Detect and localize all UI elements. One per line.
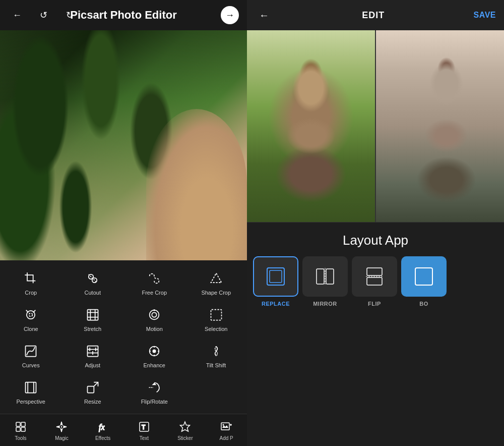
right-panel: ← EDIT SAVE Layout App xyxy=(247,0,504,446)
svg-rect-50 xyxy=(270,270,282,283)
motion-icon xyxy=(145,306,163,324)
tool-stretch[interactable]: Stretch xyxy=(62,301,124,337)
shape-crop-label: Shape Crop xyxy=(201,290,231,296)
tool-tilt-shift[interactable]: Tilt Shift xyxy=(185,337,247,373)
svg-marker-44 xyxy=(180,422,190,431)
tool-cutout[interactable]: Cutout xyxy=(62,264,124,301)
tool-motion[interactable]: Motion xyxy=(123,301,185,337)
layout-section: Layout App REPLACE xyxy=(247,222,504,446)
flip-icon-box xyxy=(352,256,397,297)
photo-background xyxy=(0,30,247,260)
layout-options: REPLACE MIRROR xyxy=(247,256,504,315)
svg-rect-37 xyxy=(21,422,25,426)
tool-shape-crop[interactable]: Shape Crop xyxy=(185,264,247,301)
svg-rect-30 xyxy=(26,382,36,393)
free-crop-label: Free Crop xyxy=(142,290,167,296)
tool-crop[interactable]: Crop xyxy=(0,264,62,301)
svg-rect-54 xyxy=(367,268,382,275)
perspective-icon xyxy=(22,378,40,397)
cat-left-detail xyxy=(247,30,375,222)
photo-left xyxy=(247,30,375,222)
tools-grid: Crop Cutout Free Crop Shape Crop xyxy=(0,264,247,410)
tools-toolbar-label: Tools xyxy=(15,435,26,441)
photos-container xyxy=(247,30,504,222)
app-title: Picsart Photo Editor xyxy=(70,9,176,22)
crop-icon xyxy=(22,269,40,288)
toolbar-effects[interactable]: fx Effects xyxy=(88,419,118,441)
layout-mirror[interactable]: MIRROR xyxy=(302,256,348,307)
free-crop-icon xyxy=(145,269,163,288)
toolbar-sticker[interactable]: Sticker xyxy=(170,419,200,441)
text-icon: T xyxy=(137,419,152,434)
tools-icon xyxy=(13,419,28,434)
tool-adjust[interactable]: Adjust xyxy=(62,337,124,373)
replace-icon-box xyxy=(253,256,298,297)
photo-right xyxy=(375,30,504,222)
curves-icon xyxy=(22,342,40,360)
add-photo-icon xyxy=(219,419,234,434)
tool-enhance[interactable]: Enhance xyxy=(123,337,185,373)
magic-toolbar-label: Magic xyxy=(55,435,69,441)
svg-rect-52 xyxy=(326,269,334,284)
layout-flip[interactable]: FLIP xyxy=(352,256,397,307)
right-back-button[interactable]: ← xyxy=(255,6,273,24)
border-icon-box xyxy=(401,256,447,297)
mirror-icon-box xyxy=(302,256,348,297)
nav-group: ← ↺ ↻ xyxy=(8,6,79,24)
motion-label: Motion xyxy=(146,326,163,332)
tool-free-crop[interactable]: Free Crop xyxy=(123,264,185,301)
svg-rect-38 xyxy=(16,427,20,431)
save-button[interactable]: SAVE xyxy=(474,11,496,20)
layout-border[interactable]: BO xyxy=(401,256,447,307)
svg-rect-33 xyxy=(87,386,94,393)
undo-button[interactable]: ↺ xyxy=(34,6,52,24)
left-panel: ← ↺ ↻ Picsart Photo Editor → Crop xyxy=(0,0,247,446)
clone-label: Clone xyxy=(24,326,38,332)
tool-curves[interactable]: Curves xyxy=(0,337,62,373)
svg-rect-45 xyxy=(221,423,229,430)
tool-perspective[interactable]: Perspective xyxy=(0,373,62,410)
svg-text:fx: fx xyxy=(99,423,105,432)
tool-resize[interactable]: Resize xyxy=(62,373,124,410)
toolbar-text[interactable]: T Text xyxy=(129,419,159,441)
back-button[interactable]: ← xyxy=(8,6,26,24)
adjust-label: Adjust xyxy=(85,362,100,368)
mirror-label: MIRROR xyxy=(313,301,337,307)
crop-label: Crop xyxy=(25,290,37,296)
toolbar-tools[interactable]: Tools xyxy=(6,419,36,441)
tool-selection[interactable]: Selection xyxy=(185,301,247,337)
enhance-label: Enhance xyxy=(144,362,165,368)
svg-rect-57 xyxy=(415,268,432,285)
svg-rect-55 xyxy=(367,277,382,285)
flip-label: FLIP xyxy=(368,301,381,307)
bottom-toolbar: Tools Magic fx Effects T Text xyxy=(0,414,247,446)
effects-toolbar-label: Effects xyxy=(95,435,110,441)
svg-point-13 xyxy=(152,312,157,317)
tool-flip-rotate[interactable]: Flip/Rotate xyxy=(123,373,185,410)
sticker-toolbar-label: Sticker xyxy=(177,435,193,441)
tool-clone[interactable]: Clone xyxy=(0,301,62,337)
left-header: ← ↺ ↻ Picsart Photo Editor → xyxy=(0,0,247,30)
resize-icon xyxy=(84,378,102,397)
toolbar-magic[interactable]: Magic xyxy=(46,419,77,441)
svg-marker-40 xyxy=(61,425,62,428)
svg-point-1 xyxy=(92,278,97,283)
add-photo-toolbar-label: Add P xyxy=(219,435,233,441)
stretch-label: Stretch xyxy=(84,326,101,332)
layout-replace[interactable]: REPLACE xyxy=(253,256,298,307)
curves-label: Curves xyxy=(22,362,40,368)
svg-point-29 xyxy=(153,350,156,353)
forward-button[interactable]: → xyxy=(221,6,239,24)
sticker-icon xyxy=(177,419,193,434)
svg-rect-16 xyxy=(211,310,221,320)
border-label: BO xyxy=(419,301,428,307)
enhance-icon xyxy=(145,342,163,360)
shape-crop-icon xyxy=(207,269,225,288)
replace-label: REPLACE xyxy=(262,301,290,307)
text-toolbar-label: Text xyxy=(140,435,149,441)
hand-overlay xyxy=(146,109,247,260)
toolbar-add-photo[interactable]: Add P xyxy=(211,419,241,441)
layout-title: Layout App xyxy=(247,222,504,256)
stretch-icon xyxy=(84,306,102,324)
flip-rotate-icon xyxy=(145,378,163,397)
